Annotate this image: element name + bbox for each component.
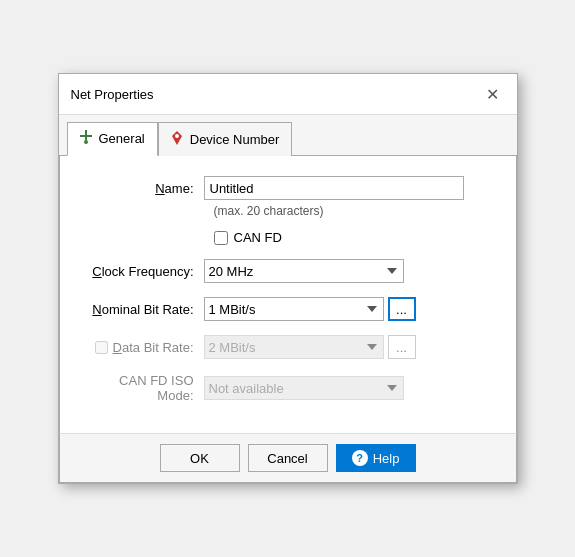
data-bit-rate-select[interactable]: 2 MBit/s 4 MBit/s 8 MBit/s [204, 335, 384, 359]
tab-bar: General Device Number [59, 115, 517, 156]
close-button[interactable]: ✕ [481, 82, 505, 106]
tab-general[interactable]: General [67, 122, 158, 156]
name-row: Name: [84, 176, 492, 200]
name-underline: Name: [155, 181, 193, 196]
name-label: Name: [84, 181, 204, 196]
help-label: Help [373, 451, 400, 466]
svg-point-4 [175, 134, 179, 138]
clock-freq-label: Clock Frequency: [84, 264, 204, 279]
can-fd-iso-label: CAN FD ISO Mode: [84, 373, 204, 403]
can-fd-iso-row: CAN FD ISO Mode: Not available [84, 373, 492, 403]
nominal-bit-rate-row: Nominal Bit Rate: 1 MBit/s 500 KBit/s 25… [84, 297, 492, 321]
net-properties-dialog: Net Properties ✕ General [58, 73, 518, 484]
nominal-bit-rate-select[interactable]: 1 MBit/s 500 KBit/s 250 KBit/s 125 KBit/… [204, 297, 384, 321]
clock-freq-row: Clock Frequency: 20 MHz 10 MHz 5 MHz 2 M… [84, 259, 492, 283]
clock-freq-select-wrapper: 20 MHz 10 MHz 5 MHz 2 MHz 1 MHz [204, 259, 492, 283]
help-icon: ? [352, 450, 368, 466]
data-bit-rate-checkbox[interactable] [95, 341, 108, 354]
data-bit-rate-select-wrapper: 2 MBit/s 4 MBit/s 8 MBit/s ... [204, 335, 492, 359]
cancel-button[interactable]: Cancel [248, 444, 328, 472]
title-bar: Net Properties ✕ [59, 74, 517, 115]
nominal-bit-rate-label: Nominal Bit Rate: [84, 302, 204, 317]
dialog-footer: OK Cancel ? Help [59, 433, 517, 483]
tab-device-number[interactable]: Device Number [158, 122, 293, 156]
can-fd-iso-select[interactable]: Not available [204, 376, 404, 400]
clock-freq-select[interactable]: 20 MHz 10 MHz 5 MHz 2 MHz 1 MHz [204, 259, 404, 283]
help-button[interactable]: ? Help [336, 444, 416, 472]
can-fd-row: CAN FD [214, 230, 492, 245]
form-content: Name: (max. 20 characters) CAN FD Clock … [59, 156, 517, 433]
general-tab-icon [78, 129, 94, 148]
data-bit-rate-ellipsis-button[interactable]: ... [388, 335, 416, 359]
nominal-bit-rate-ellipsis-button[interactable]: ... [388, 297, 416, 321]
ok-button[interactable]: OK [160, 444, 240, 472]
can-fd-label[interactable]: CAN FD [234, 230, 282, 245]
device-tab-icon [169, 130, 185, 149]
can-fd-iso-select-wrapper: Not available [204, 376, 492, 400]
name-hint: (max. 20 characters) [214, 204, 492, 218]
device-tab-label: Device Number [190, 132, 280, 147]
name-input[interactable] [204, 176, 464, 200]
svg-point-2 [84, 140, 88, 144]
data-bit-rate-label: Data Bit Rate: [113, 340, 194, 355]
nominal-bit-rate-select-wrapper: 1 MBit/s 500 KBit/s 250 KBit/s 125 KBit/… [204, 297, 492, 321]
can-fd-checkbox[interactable] [214, 231, 228, 245]
svg-rect-1 [80, 135, 92, 137]
dialog-title: Net Properties [71, 87, 154, 102]
general-tab-label: General [99, 131, 145, 146]
data-bit-rate-row: Data Bit Rate: 2 MBit/s 4 MBit/s 8 MBit/… [84, 335, 492, 359]
